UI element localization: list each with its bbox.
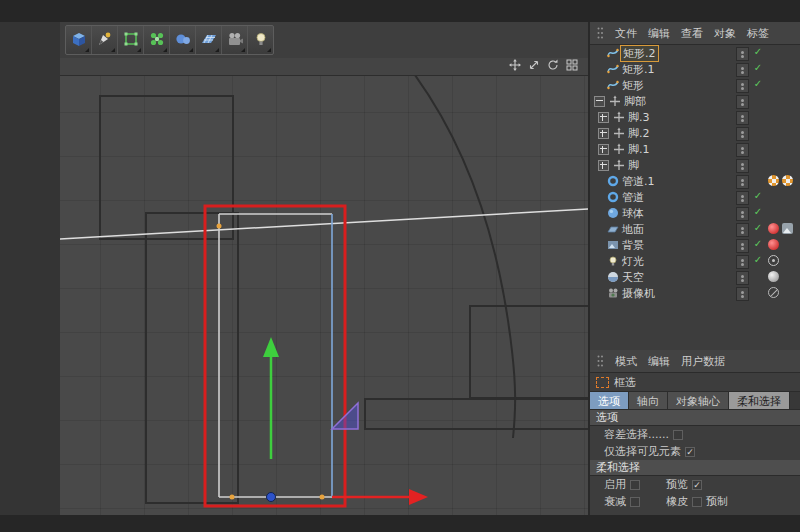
array-tool-button[interactable] bbox=[144, 26, 170, 54]
zoom-view-icon[interactable] bbox=[528, 59, 540, 74]
eraser-checkbox[interactable] bbox=[692, 497, 702, 507]
panel-grabber-icon[interactable] bbox=[596, 354, 604, 368]
object-label[interactable]: 脚 bbox=[628, 158, 639, 173]
menu-file[interactable]: 文件 bbox=[615, 26, 637, 41]
object-row[interactable]: 背景 bbox=[590, 237, 800, 253]
deformer-cage-tool-button[interactable] bbox=[118, 26, 144, 54]
visibility-toggles[interactable] bbox=[736, 287, 749, 301]
spline-point[interactable] bbox=[230, 495, 235, 500]
object-label[interactable]: 灯光 bbox=[622, 254, 644, 269]
enabled-check-icon[interactable] bbox=[752, 238, 764, 249]
visibility-toggles[interactable] bbox=[736, 47, 749, 61]
workplane-tool-button[interactable] bbox=[196, 26, 222, 54]
preview-checkbox[interactable] bbox=[692, 480, 702, 490]
wireframe-rect-right[interactable] bbox=[470, 306, 588, 398]
object-row[interactable]: 脚 bbox=[590, 157, 800, 173]
pan-view-icon[interactable] bbox=[509, 59, 521, 74]
camera-tool-button[interactable] bbox=[222, 26, 248, 54]
tolerant-selection-checkbox[interactable] bbox=[673, 430, 683, 440]
object-label[interactable]: 脚部 bbox=[624, 94, 646, 109]
object-row[interactable]: 脚部 bbox=[590, 93, 800, 109]
object-label[interactable]: 脚.1 bbox=[628, 142, 650, 157]
object-row[interactable]: 球体 bbox=[590, 205, 800, 221]
object-row[interactable]: 灯光 bbox=[590, 253, 800, 269]
menu-user-data[interactable]: 用户数据 bbox=[681, 354, 725, 369]
menu-edit[interactable]: 编辑 bbox=[648, 354, 670, 369]
object-row[interactable]: 脚.3 bbox=[590, 109, 800, 125]
visibility-toggles[interactable] bbox=[736, 239, 749, 253]
object-label[interactable]: 矩形.2 bbox=[620, 45, 659, 62]
object-row[interactable]: 脚.1 bbox=[590, 141, 800, 157]
options-section-header[interactable]: 选项 bbox=[590, 410, 800, 426]
enabled-check-icon[interactable] bbox=[752, 254, 764, 265]
object-label[interactable]: 球体 bbox=[622, 206, 644, 221]
object-label[interactable]: 矩形 bbox=[622, 78, 644, 93]
visibility-toggles[interactable] bbox=[736, 127, 749, 141]
object-label[interactable]: 脚.3 bbox=[628, 110, 650, 125]
menu-edit[interactable]: 编辑 bbox=[648, 26, 670, 41]
enabled-check-icon[interactable] bbox=[752, 78, 764, 89]
enabled-check-icon[interactable] bbox=[752, 46, 764, 57]
visibility-toggles[interactable] bbox=[736, 191, 749, 205]
tab-object-axis[interactable]: 对象轴心 bbox=[668, 392, 729, 409]
object-row[interactable]: 脚.2 bbox=[590, 125, 800, 141]
light-tool-button[interactable] bbox=[248, 26, 273, 54]
tab-options[interactable]: 选项 bbox=[590, 392, 629, 409]
visibility-toggles[interactable] bbox=[736, 79, 749, 93]
spline-point[interactable] bbox=[320, 495, 325, 500]
object-label[interactable]: 脚.2 bbox=[628, 126, 650, 141]
visibility-toggles[interactable] bbox=[736, 63, 749, 77]
visibility-toggles[interactable] bbox=[736, 111, 749, 125]
object-label[interactable]: 矩形.1 bbox=[622, 62, 655, 77]
material-tag-icon[interactable] bbox=[768, 223, 779, 234]
object-label[interactable]: 天空 bbox=[622, 270, 644, 285]
visible-only-checkbox[interactable] bbox=[685, 447, 695, 457]
object-row[interactable]: 地面 bbox=[590, 221, 800, 237]
falloff-checkbox[interactable] bbox=[630, 497, 640, 507]
object-row[interactable]: 管道.1 bbox=[590, 173, 800, 189]
object-label[interactable]: 管道.1 bbox=[622, 174, 655, 189]
enabled-check-icon[interactable] bbox=[752, 62, 764, 73]
visibility-toggles[interactable] bbox=[736, 255, 749, 269]
collapse-icon[interactable] bbox=[594, 96, 605, 107]
enable-checkbox[interactable] bbox=[630, 480, 640, 490]
panel-grabber-icon[interactable] bbox=[596, 26, 604, 40]
rotate-view-icon[interactable] bbox=[547, 59, 559, 74]
soft-selection-section-header[interactable]: 柔和选择 bbox=[590, 460, 800, 476]
viewport[interactable] bbox=[60, 58, 588, 515]
texture-tag-icon[interactable] bbox=[768, 175, 779, 186]
x-axis-arrow-head[interactable] bbox=[409, 489, 428, 505]
expand-icon[interactable] bbox=[598, 144, 609, 155]
texture-tag-icon[interactable] bbox=[782, 175, 793, 186]
visibility-toggles[interactable] bbox=[736, 223, 749, 237]
compositing-tag-icon[interactable] bbox=[782, 223, 793, 234]
expand-icon[interactable] bbox=[598, 112, 609, 123]
expand-icon[interactable] bbox=[598, 160, 609, 171]
object-row[interactable]: 矩形.2 bbox=[590, 45, 800, 61]
object-row[interactable]: 天空 bbox=[590, 269, 800, 285]
tab-axis[interactable]: 轴向 bbox=[629, 392, 668, 409]
menu-mode[interactable]: 模式 bbox=[615, 354, 637, 369]
visibility-toggles[interactable] bbox=[736, 271, 749, 285]
wireframe-band-bottom[interactable] bbox=[365, 399, 588, 429]
disabled-tag-icon[interactable] bbox=[768, 287, 779, 298]
object-label[interactable]: 地面 bbox=[622, 222, 644, 237]
visibility-toggles[interactable] bbox=[736, 207, 749, 221]
spline-point[interactable] bbox=[217, 224, 222, 229]
object-row[interactable]: 摄像机 bbox=[590, 285, 800, 301]
sketch-pen-tool-button[interactable] bbox=[92, 26, 118, 54]
object-row[interactable]: 管道 bbox=[590, 189, 800, 205]
material-tag-icon[interactable] bbox=[768, 239, 779, 250]
tab-soft-selection[interactable]: 柔和选择 bbox=[729, 392, 790, 409]
menu-view[interactable]: 查看 bbox=[681, 26, 703, 41]
object-row[interactable]: 矩形.1 bbox=[590, 61, 800, 77]
origin-point[interactable] bbox=[267, 493, 276, 502]
visibility-toggles[interactable] bbox=[736, 175, 749, 189]
visibility-toggles[interactable] bbox=[736, 159, 749, 173]
object-row[interactable]: 矩形 bbox=[590, 77, 800, 93]
enabled-check-icon[interactable] bbox=[752, 190, 764, 201]
object-label[interactable]: 摄像机 bbox=[622, 286, 655, 301]
profile-curve[interactable] bbox=[412, 76, 515, 438]
enabled-check-icon[interactable] bbox=[752, 206, 764, 217]
texture-tag-icon[interactable] bbox=[768, 271, 779, 282]
